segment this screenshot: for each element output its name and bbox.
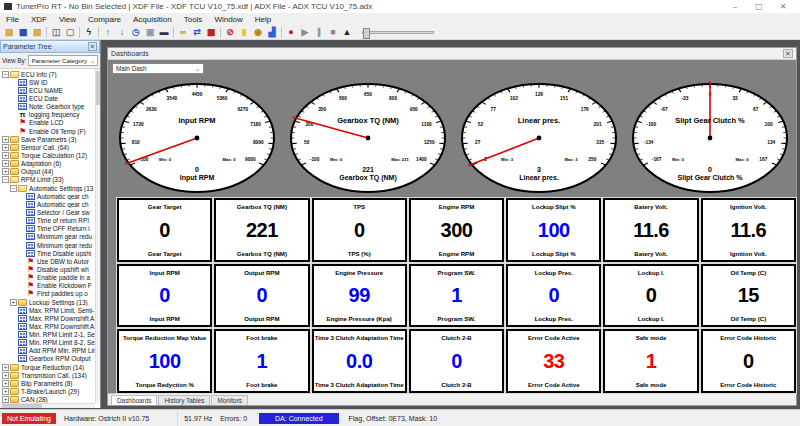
tree-item[interactable]: Time of return RPI [0, 217, 95, 225]
play-icon[interactable]: ▶ [298, 26, 312, 39]
close-button[interactable]: ✕ [778, 2, 788, 11]
tree-item[interactable]: ⚑Use DBW to Autor [0, 257, 95, 265]
emulation-speed-slider[interactable] [362, 31, 434, 34]
expand-icon[interactable]: + [2, 136, 9, 143]
tree-item[interactable]: πlogging frequency [0, 111, 95, 119]
tree-item[interactable]: Add RPM Min. RPM Lin [0, 347, 95, 355]
tree-item[interactable]: +Output (44) [0, 168, 95, 176]
open-file-icon[interactable]: ▤ [2, 26, 16, 39]
expand-icon[interactable]: + [2, 152, 9, 159]
eject-icon[interactable]: ▲ [340, 26, 354, 39]
tree-item[interactable]: Selector / Gear sw [0, 208, 95, 216]
menu-item-help[interactable]: Help [249, 15, 277, 24]
tree-item[interactable]: +CAN (28) [0, 396, 95, 403]
menu-item-window[interactable]: Window [208, 15, 248, 24]
upload-icon[interactable]: ↑ [101, 26, 115, 39]
view-by-select[interactable]: Parameter Category ⌄ [28, 55, 98, 66]
tree-item[interactable]: ECU NAME [0, 86, 95, 94]
tree-item[interactable]: Automatic gear ch [0, 200, 95, 208]
tree-item[interactable]: Automatic gear ch [0, 192, 95, 200]
dashboard-select[interactable]: Main Dash ⌄ [112, 63, 204, 74]
tree-item[interactable]: ⚑Disable upshift wh [0, 265, 95, 273]
maximize-button[interactable]: ▢ [754, 2, 764, 11]
expand-icon[interactable]: + [2, 364, 9, 371]
tree-item[interactable]: ECU Date [0, 94, 95, 102]
tree-item[interactable]: +Save Parametrs (3) [0, 135, 95, 143]
tree-item[interactable]: −RPM Limit (33) [0, 176, 95, 184]
menu-item-compare[interactable]: Compare [82, 15, 127, 24]
parameter-tree-close-icon[interactable]: ✕ [88, 42, 97, 51]
tree-item[interactable]: Time OFF Return i [0, 225, 95, 233]
expand-icon[interactable]: + [2, 168, 9, 175]
tree-item[interactable]: SW ID [0, 78, 95, 86]
tree-item[interactable]: Max. RPM Limit, Semi- [0, 306, 95, 314]
menu-item-xdf[interactable]: XDF [25, 15, 53, 24]
minimize-button[interactable]: – [730, 2, 740, 11]
expand-icon[interactable]: + [2, 144, 9, 151]
expand-icon[interactable]: + [2, 388, 9, 395]
chart-icon[interactable]: ▟ [265, 26, 279, 39]
tree-item[interactable]: Minimum gear redu [0, 241, 95, 249]
tree-item[interactable]: Minimum gear redu [0, 233, 95, 241]
sync-icon[interactable]: ⇄ [190, 26, 204, 39]
connect-icon[interactable]: ϟ [82, 26, 96, 39]
stop-icon[interactable]: ■ [326, 26, 340, 39]
tree-item[interactable]: ⚑Enable Oil Temp (F) [0, 127, 95, 135]
tree-item[interactable]: Max. RPM Downshift A [0, 322, 95, 330]
compare-icon[interactable]: ◫ [49, 26, 63, 39]
folder-icon[interactable]: ▤ [30, 26, 44, 39]
tree-item[interactable]: Max. RPM Downshift A [0, 314, 95, 322]
record-icon[interactable]: ● [284, 26, 298, 39]
note-icon[interactable]: ▮ [237, 26, 251, 39]
table-icon[interactable]: ▦ [204, 26, 218, 39]
tree-item[interactable]: −Automatic Settings (13 [0, 184, 95, 192]
disable-icon[interactable]: ⊘ [223, 26, 237, 39]
history-icon[interactable]: ◷ [129, 26, 143, 39]
dashboards-close-icon[interactable]: ✕ [783, 49, 793, 58]
globe-icon[interactable]: ◉ [251, 26, 265, 39]
tree-item[interactable]: +T-Brake/Launch (29) [0, 387, 95, 395]
collapse-icon[interactable]: − [2, 71, 9, 78]
expand-icon[interactable]: + [2, 160, 9, 167]
tree-item[interactable]: +Blip Parametrs (8) [0, 379, 95, 387]
collapse-icon[interactable]: − [10, 185, 17, 192]
tab-history-tables[interactable]: History Tables [158, 395, 210, 405]
tree-item[interactable]: ⚑First paddles up o [0, 290, 95, 298]
menu-item-acquisition[interactable]: Acquisition [127, 15, 178, 24]
tree-item[interactable]: +Sensor Call. (64) [0, 143, 95, 151]
save-icon[interactable]: ▦ [16, 26, 30, 39]
tree-item[interactable]: −ECU Info (7) [0, 70, 95, 78]
menu-item-file[interactable]: File [0, 15, 25, 24]
expand-icon[interactable]: + [2, 380, 9, 387]
collapse-icon[interactable]: − [2, 176, 9, 183]
menu-item-view[interactable]: View [53, 15, 82, 24]
expand-icon[interactable]: + [10, 299, 17, 306]
tree-item[interactable]: +Torque Reduction (14) [0, 363, 95, 371]
dashboard-cell: Output RPM0Output RPM [214, 264, 309, 328]
keyboard-icon[interactable]: ▬ [157, 26, 171, 39]
expand-icon[interactable]: + [2, 372, 9, 379]
pause-icon[interactable]: ∥ [312, 26, 326, 39]
tab-monitors[interactable]: Monitors [211, 395, 248, 405]
tree-item[interactable]: Min. RPM Limit 8-2, Se [0, 339, 95, 347]
expand-icon[interactable]: + [2, 396, 9, 403]
tab-dashboards[interactable]: Dashboards [111, 395, 157, 405]
tree-item[interactable]: ⚑Enable LCD [0, 119, 95, 127]
tree-vertical-scrollbar[interactable] [95, 69, 100, 403]
link-icon[interactable]: ∞ [176, 26, 190, 39]
download-icon[interactable]: ↓ [115, 26, 129, 39]
tree-item[interactable]: +Torque Calculation (12) [0, 151, 95, 159]
menu-item-tools[interactable]: Tools [178, 15, 209, 24]
tree-item[interactable]: Time Disable upshi [0, 249, 95, 257]
tree-item[interactable]: Note: Gearbox type [0, 103, 95, 111]
tree-horizontal-scrollbar[interactable] [0, 403, 95, 408]
tree-item[interactable]: ⚑Enable paddle in a [0, 274, 95, 282]
tree-item[interactable]: +Adaptation (6) [0, 160, 95, 168]
tree-item[interactable]: +Transmision Call. (134) [0, 371, 95, 379]
tree-item[interactable]: +Lockup Settings (13) [0, 298, 95, 306]
tree-item[interactable]: ⚑Enable Kickdown F [0, 282, 95, 290]
tree-item[interactable]: Min. RPM Limit 2-1, Se [0, 331, 95, 339]
tree-item[interactable]: Gearbox RPM Output [0, 355, 95, 363]
new-file-icon[interactable]: ▢ [63, 26, 77, 39]
copy-icon[interactable]: ▣ [143, 26, 157, 39]
